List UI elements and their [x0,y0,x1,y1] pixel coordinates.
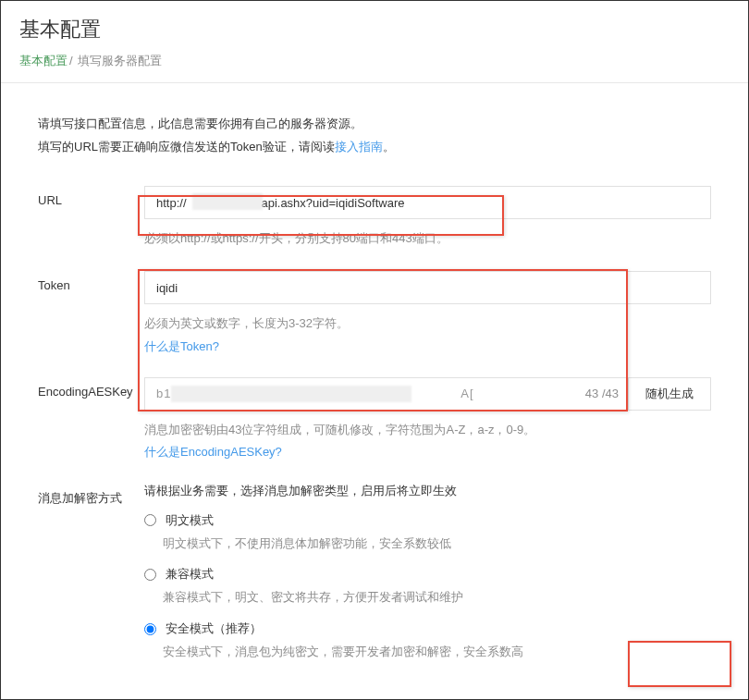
aes-counter: 43 /43 [576,387,628,400]
intro-line2: 填写的URL需要正确响应微信发送的Token验证，请阅读接入指南。 [38,136,711,159]
page-title: 基本配置 [1,1,748,53]
encrypt-radio-secure-label[interactable]: 安全模式（推荐） [166,621,262,635]
aes-help-link[interactable]: 什么是EncodingAESKey? [144,444,711,461]
encrypt-intro: 请根据业务需要，选择消息加解密类型，启用后将立即生效 [144,483,711,499]
encrypt-radio-compat-label[interactable]: 兼容模式 [166,567,214,581]
intro-text: 请填写接口配置信息，此信息需要你拥有自己的服务器资源。 填写的URL需要正确响应… [38,113,711,158]
aes-hint: 消息加密密钥由43位字符组成，可随机修改，字符范围为A-Z，a-z，0-9。 [144,420,711,440]
breadcrumb-current: 填写服务器配置 [78,54,162,68]
url-hint: 必须以http://或https://开头，分别支持80端口和443端口。 [144,228,711,249]
breadcrumb-root-link[interactable]: 基本配置 [19,54,68,68]
encrypt-radio-plaintext-label[interactable]: 明文模式 [166,513,214,527]
encrypt-secure-desc: 安全模式下，消息包为纯密文，需要开发者加密和解密，安全系数高 [163,643,711,662]
aes-label: EncodingAESKey [38,377,144,399]
aes-input[interactable] [145,378,576,410]
token-input[interactable] [144,271,711,304]
token-hint: 必须为英文或数字，长度为3-32字符。 [144,313,711,334]
breadcrumb-separator: / [69,54,73,68]
access-guide-link[interactable]: 接入指南 [335,140,383,154]
aes-random-button[interactable]: 随机生成 [628,378,710,410]
encrypt-radio-plaintext[interactable] [144,514,156,526]
url-label: URL [38,186,144,207]
intro-line1: 请填写接口配置信息，此信息需要你拥有自己的服务器资源。 [38,113,711,136]
encrypt-compat-desc: 兼容模式下，明文、密文将共存，方便开发者调试和维护 [163,588,711,608]
encrypt-radio-secure[interactable] [144,623,156,635]
url-input[interactable] [144,186,711,219]
token-help-link[interactable]: 什么是Token? [144,338,711,355]
encrypt-label: 消息加解密方式 [38,483,144,507]
encrypt-plaintext-desc: 明文模式下，不使用消息体加解密功能，安全系数较低 [163,534,711,554]
breadcrumb: 基本配置/ 填写服务器配置 [1,53,748,83]
encrypt-radio-compat[interactable] [144,569,156,581]
token-label: Token [38,271,144,292]
